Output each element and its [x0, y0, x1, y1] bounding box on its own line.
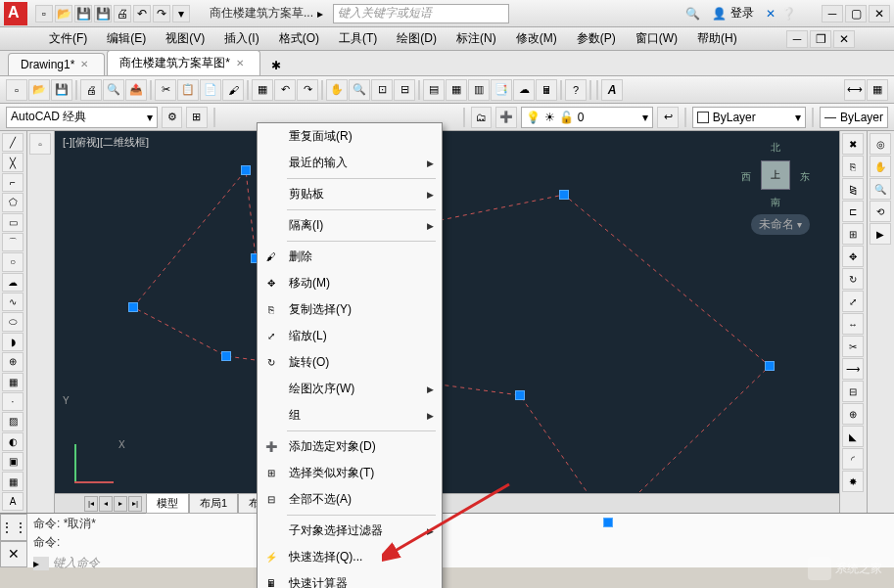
- search-icon[interactable]: 🔍: [685, 7, 700, 21]
- region-icon[interactable]: ▣: [2, 452, 24, 471]
- menu-dimension[interactable]: 标注(N): [447, 26, 506, 51]
- mirror-icon[interactable]: ⧎: [842, 178, 864, 200]
- menu-tools[interactable]: 工具(T): [329, 26, 387, 51]
- grip-point[interactable]: [128, 302, 138, 312]
- navwheel-icon[interactable]: ◎: [870, 133, 891, 155]
- saveas-icon[interactable]: 💾: [94, 5, 112, 23]
- ctx-clipboard[interactable]: 剪贴板▶: [258, 181, 442, 207]
- arc-icon[interactable]: ⌒: [2, 233, 24, 251]
- layer-new-icon[interactable]: ➕: [495, 107, 516, 128]
- linetype-combo[interactable]: — ByLayer: [820, 107, 888, 128]
- layerprev-icon[interactable]: ↩: [657, 107, 678, 128]
- polyline-icon[interactable]: ⌐: [2, 173, 24, 192]
- save-icon[interactable]: 💾: [51, 79, 72, 101]
- toolpalette-icon[interactable]: ▥: [468, 79, 490, 101]
- help-icon[interactable]: ?: [565, 79, 587, 101]
- command-input[interactable]: 键入命令: [53, 555, 888, 571]
- menu-insert[interactable]: 插入(I): [214, 26, 268, 51]
- move-icon[interactable]: ✥: [842, 246, 864, 267]
- grip-point[interactable]: [603, 518, 613, 527]
- add-tab-button[interactable]: ✱: [266, 56, 286, 75]
- new-icon[interactable]: ▫: [35, 5, 53, 23]
- layout-next-icon[interactable]: ▸: [114, 496, 127, 512]
- gear-icon[interactable]: ⚙: [162, 107, 182, 128]
- explode-icon[interactable]: ✸: [842, 471, 864, 492]
- open-icon[interactable]: 📂: [55, 5, 72, 23]
- sheetset-icon[interactable]: 📑: [491, 79, 512, 101]
- pan-icon[interactable]: ✋: [870, 156, 891, 177]
- rectangle-icon[interactable]: ▭: [2, 213, 24, 232]
- layer-combo[interactable]: 💡 ☀ 🔓 0 ▾: [521, 107, 654, 128]
- erase-icon[interactable]: ✖: [842, 133, 864, 155]
- menu-view[interactable]: 视图(V): [156, 26, 214, 51]
- app-logo[interactable]: [4, 2, 27, 25]
- command-text-area[interactable]: 命令: *取消* 命令: ▸ 键入命令: [27, 514, 894, 567]
- zoomwin-icon[interactable]: ⊡: [371, 79, 393, 101]
- pan-icon[interactable]: ✋: [326, 79, 348, 101]
- table-icon[interactable]: ▦: [2, 472, 24, 490]
- close-icon[interactable]: ✕: [236, 58, 248, 69]
- chevron-right-icon[interactable]: ▸: [33, 557, 49, 570]
- workspace2-icon[interactable]: ⊞: [186, 107, 207, 128]
- xline-icon[interactable]: ╳: [2, 153, 24, 171]
- layout-prev-icon[interactable]: ◂: [99, 496, 113, 512]
- fillet-icon[interactable]: ◜: [842, 448, 864, 470]
- print-icon[interactable]: 🖨: [114, 5, 131, 23]
- hatch-icon[interactable]: ▨: [2, 412, 24, 430]
- menu-format[interactable]: 格式(O): [269, 26, 329, 51]
- copy-icon[interactable]: 📋: [177, 79, 199, 101]
- stretch-icon[interactable]: ↔: [842, 313, 864, 335]
- layer-filter-icon[interactable]: 🗂: [471, 107, 492, 128]
- doc-minimize-button[interactable]: ─: [786, 30, 808, 48]
- matchprop-icon[interactable]: 🖌: [222, 79, 244, 101]
- tool-icon[interactable]: ▫: [29, 133, 51, 155]
- cmd-handle-icon[interactable]: ⋮⋮: [0, 514, 27, 541]
- viewport-label[interactable]: [-][俯视][二维线框]: [63, 135, 149, 150]
- redo-icon[interactable]: ↷: [297, 79, 318, 101]
- ctx-deselectall[interactable]: ⊟全部不选(A): [258, 486, 442, 513]
- join-icon[interactable]: ⊕: [842, 403, 864, 425]
- doc-tab-drawing1[interactable]: Drawing1* ✕: [8, 53, 105, 75]
- dim-icon[interactable]: ⟷: [844, 79, 866, 101]
- textstyle-button[interactable]: A: [601, 79, 623, 101]
- menu-file[interactable]: 文件(F): [39, 26, 97, 51]
- offset-icon[interactable]: ⊏: [842, 201, 864, 222]
- cut-icon[interactable]: ✂: [155, 79, 176, 101]
- preview-icon[interactable]: 🔍: [103, 79, 124, 101]
- spline-icon[interactable]: ∿: [2, 293, 24, 311]
- open-icon[interactable]: 📂: [28, 79, 50, 101]
- ctx-group[interactable]: 组▶: [258, 402, 442, 429]
- grip-point[interactable]: [515, 390, 525, 400]
- designcenter-icon[interactable]: ▦: [446, 79, 467, 101]
- viewcube[interactable]: 北 西 东 南 上: [741, 141, 810, 209]
- maximize-button[interactable]: ▢: [845, 5, 867, 23]
- ellipsearc-icon[interactable]: ◗: [2, 333, 24, 351]
- search-input[interactable]: 键入关键字或短语: [333, 4, 509, 23]
- scale-icon[interactable]: ⤢: [842, 291, 864, 312]
- view-name-badge[interactable]: 未命名 ▾: [751, 214, 810, 235]
- array-icon[interactable]: ⊞: [842, 223, 864, 245]
- cmd-close-icon[interactable]: ✕: [0, 541, 27, 568]
- grip-point[interactable]: [765, 361, 775, 371]
- login-button[interactable]: 👤 登录: [706, 3, 760, 23]
- ctx-selectsimilar[interactable]: ⊞选择类似对象(T): [258, 460, 442, 486]
- showmotion-icon[interactable]: ▶: [870, 223, 891, 245]
- ellipse-icon[interactable]: ⬭: [2, 312, 24, 331]
- workspace-combo[interactable]: AutoCAD 经典 ▾: [6, 107, 158, 128]
- ctx-recent[interactable]: 最近的输入▶: [258, 150, 442, 176]
- ctx-draworder[interactable]: 绘图次序(W)▶: [258, 376, 442, 402]
- menu-params[interactable]: 参数(P): [567, 26, 626, 51]
- point-icon[interactable]: ·: [2, 392, 24, 411]
- undo-icon[interactable]: ↶: [133, 5, 151, 23]
- paste-icon[interactable]: 📄: [200, 79, 221, 101]
- insert-icon[interactable]: ⊕: [2, 352, 24, 371]
- ctx-erase[interactable]: 🖌删除: [258, 244, 442, 270]
- grip-point[interactable]: [221, 351, 231, 361]
- menu-modify[interactable]: 修改(M): [506, 26, 567, 51]
- markup-icon[interactable]: ☁: [513, 79, 535, 101]
- mtext-icon[interactable]: A: [2, 492, 24, 511]
- ctx-addselected[interactable]: ➕添加选定对象(D): [258, 433, 442, 460]
- zoomprev-icon[interactable]: ⊟: [394, 79, 415, 101]
- color-combo[interactable]: ByLayer ▾: [692, 107, 806, 128]
- ucs-icon[interactable]: Y X: [74, 444, 114, 483]
